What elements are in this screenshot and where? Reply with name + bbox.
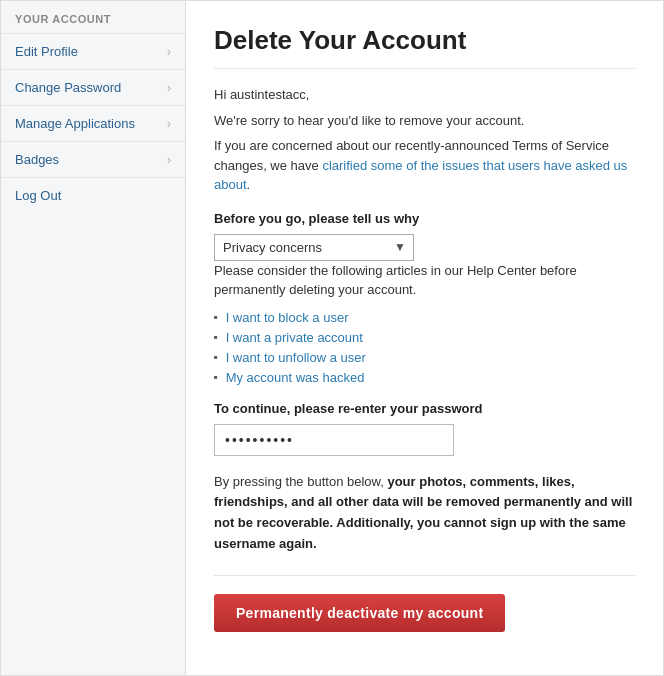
article-link-block-user[interactable]: I want to block a user (226, 310, 349, 325)
help-center-text: Please consider the following articles i… (214, 261, 635, 300)
greeting-text: Hi austintestacc, (214, 85, 635, 105)
divider (214, 575, 635, 576)
article-list: I want to block a user I want a private … (214, 310, 635, 385)
chevron-right-icon: › (167, 81, 171, 95)
deactivate-button[interactable]: Permanently deactivate my account (214, 594, 505, 632)
page-title: Delete Your Account (214, 25, 635, 69)
sidebar-item-label: Edit Profile (15, 44, 78, 59)
sidebar-item-edit-profile[interactable]: Edit Profile › (1, 33, 185, 69)
sidebar-item-log-out[interactable]: Log Out (1, 177, 185, 213)
list-item: My account was hacked (214, 370, 635, 385)
chevron-right-icon: › (167, 117, 171, 131)
article-link-account-hacked[interactable]: My account was hacked (226, 370, 365, 385)
warning-text: By pressing the button below, your photo… (214, 472, 635, 555)
main-content: Delete Your Account Hi austintestacc, We… (186, 1, 663, 675)
sidebar-item-badges[interactable]: Badges › (1, 141, 185, 177)
sorry-text: We're sorry to hear you'd like to remove… (214, 111, 635, 131)
sidebar-item-label: Manage Applications (15, 116, 135, 131)
sidebar-item-label: Badges (15, 152, 59, 167)
reason-dropdown-container[interactable]: Privacy concerns Too many emails Too man… (214, 234, 414, 261)
reason-dropdown[interactable]: Privacy concerns Too many emails Too man… (214, 234, 414, 261)
list-item: I want to block a user (214, 310, 635, 325)
sidebar-item-label: Change Password (15, 80, 121, 95)
list-item: I want to unfollow a user (214, 350, 635, 365)
article-link-private-account[interactable]: I want a private account (226, 330, 363, 345)
sidebar-section-label: YOUR ACCOUNT (1, 1, 185, 33)
terms-after: . (247, 177, 251, 192)
article-link-unfollow-user[interactable]: I want to unfollow a user (226, 350, 366, 365)
sidebar-item-manage-applications[interactable]: Manage Applications › (1, 105, 185, 141)
sidebar-item-change-password[interactable]: Change Password › (1, 69, 185, 105)
sidebar: YOUR ACCOUNT Edit Profile › Change Passw… (1, 1, 186, 675)
password-label: To continue, please re-enter your passwo… (214, 401, 635, 416)
password-input[interactable] (214, 424, 454, 456)
terms-text: If you are concerned about our recently-… (214, 136, 635, 195)
chevron-right-icon: › (167, 153, 171, 167)
warning-text-before: By pressing the button below, (214, 474, 387, 489)
sidebar-item-label: Log Out (15, 188, 61, 203)
list-item: I want a private account (214, 330, 635, 345)
before-go-label: Before you go, please tell us why (214, 211, 635, 226)
chevron-right-icon: › (167, 45, 171, 59)
